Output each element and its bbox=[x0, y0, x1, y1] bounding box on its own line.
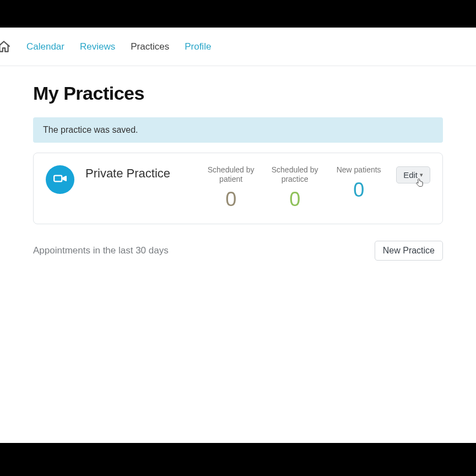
new-practice-button[interactable]: New Practice bbox=[375, 241, 443, 261]
edit-button[interactable]: Edit ▾ bbox=[396, 166, 430, 183]
success-alert: The practice was saved. bbox=[33, 117, 443, 143]
edit-button-label: Edit bbox=[403, 170, 418, 180]
stat-new-patients: New patients 0 bbox=[332, 165, 385, 200]
nav-practices[interactable]: Practices bbox=[131, 41, 169, 52]
nav-profile[interactable]: Profile bbox=[185, 41, 211, 52]
stat-value: 0 bbox=[204, 190, 257, 209]
practice-name: Private Practice bbox=[85, 165, 193, 181]
nav-reviews[interactable]: Reviews bbox=[80, 41, 115, 52]
nav-calendar[interactable]: Calendar bbox=[26, 41, 64, 52]
appointments-hint: Appointments in the last 30 days bbox=[33, 245, 169, 256]
stat-label: New patients bbox=[332, 165, 385, 175]
stat-label: Scheduled by patient bbox=[204, 165, 257, 184]
stat-scheduled-by-patient: Scheduled by patient 0 bbox=[204, 165, 257, 209]
chevron-down-icon: ▾ bbox=[420, 171, 423, 178]
stat-value: 0 bbox=[268, 190, 321, 209]
top-nav: Calendar Reviews Practices Profile bbox=[0, 28, 476, 66]
bottom-row: Appointments in the last 30 days New Pra… bbox=[33, 241, 443, 261]
stat-scheduled-by-practice: Scheduled by practice 0 bbox=[268, 165, 321, 209]
video-icon bbox=[53, 171, 67, 188]
practice-avatar bbox=[46, 165, 74, 194]
page-title: My Practices bbox=[33, 83, 443, 104]
svg-rect-0 bbox=[54, 176, 62, 182]
stat-value: 0 bbox=[332, 180, 385, 200]
main-content: My Practices The practice was saved. Pri… bbox=[0, 66, 476, 261]
app-window: Calendar Reviews Practices Profile My Pr… bbox=[0, 28, 476, 443]
practice-card: Private Practice Scheduled by patient 0 … bbox=[33, 153, 443, 224]
stat-label: Scheduled by practice bbox=[268, 165, 321, 184]
home-icon[interactable] bbox=[0, 40, 11, 54]
